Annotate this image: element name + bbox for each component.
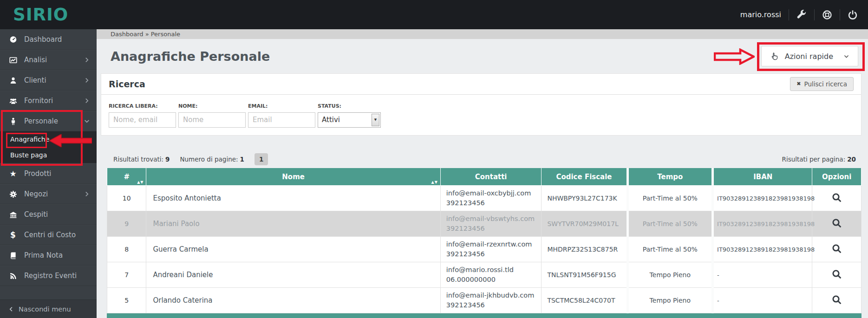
sidebar-subitem-buste-paga[interactable]: Buste paga [0, 147, 97, 163]
sidebar-item-prima-nota[interactable]: Prima Nota [0, 245, 97, 266]
column-header-[interactable]: #▲▼ [107, 168, 146, 186]
power-icon[interactable] [848, 10, 858, 20]
chevron-right-icon [84, 97, 90, 104]
sidebar-item-cespiti[interactable]: Cespiti [0, 204, 97, 225]
sidebar: DashboardAnalisiClientiFornitoriPersonal… [0, 29, 97, 318]
name-label: NOME: [178, 103, 246, 109]
sidebar-item-label: Registro Eventi [24, 272, 90, 280]
clear-search-button[interactable]: ✖ Pulisci ricerca [790, 77, 854, 91]
book-icon [8, 252, 18, 260]
sidebar-item-label: Centri di Costo [24, 231, 90, 239]
row-search-button[interactable] [831, 295, 842, 306]
sidebar-item-fornitori[interactable]: Fornitori [0, 91, 97, 111]
cell-iban: IT903289123891823981938198 [713, 211, 812, 237]
cell-email: info@email-oxcbybjj.com [446, 188, 542, 198]
sidebar-item-label: Prima Nota [24, 251, 90, 260]
cell-iban: IT903289123891823981938198 [713, 186, 812, 211]
cell-tempo: Tempo Pieno [627, 262, 713, 288]
table-footer-strip [107, 313, 861, 318]
column-header-contatti: Contatti [440, 168, 542, 186]
name-input[interactable] [178, 112, 246, 128]
free-search-input[interactable] [109, 112, 176, 128]
cell-telefono: 392123456 [446, 249, 542, 259]
cell-codice-fiscale: TSCTMC58L24C070T [542, 288, 627, 313]
cell-opzioni [812, 237, 861, 262]
cell-opzioni [812, 211, 861, 237]
cell-contatti: info@email-jkhbudvb.com392123456 [440, 288, 542, 313]
submenu-personale: AnagraficheBuste paga [0, 131, 97, 163]
sidebar-item-centri-di-costo[interactable]: $Centri di Costo [0, 225, 97, 245]
row-search-button[interactable] [831, 193, 842, 204]
status-select-value: Attivi [318, 116, 372, 124]
sidebar-item-registro-eventi[interactable]: Registro Eventi [0, 266, 97, 286]
column-label: # [124, 173, 130, 181]
sidebar-item-dashboard[interactable]: Dashboard [0, 29, 97, 50]
status-label: STATUS: [318, 103, 381, 109]
sidebar-collapse-button[interactable]: Nascondi menu [0, 299, 97, 318]
select-arrow-icon: ▼ [372, 114, 379, 126]
column-label: Tempo [657, 173, 683, 181]
cell-contatti: info@email-oxcbybjj.com392123456 [440, 186, 542, 211]
column-label: Codice Fiscale [556, 173, 612, 181]
search-panel: Ricerca ✖ Pulisci ricerca RICERCA LIBERA… [101, 73, 861, 136]
table-row: 9Mariani Paoloinfo@email-vbswtyhs.com392… [107, 211, 861, 237]
sidebar-item-label: Personale [24, 117, 84, 125]
cell-email: info@mario.rossi.tld [446, 265, 542, 275]
table-row: 10Esposito Antoniettainfo@email-oxcbybjj… [107, 186, 861, 211]
column-label: Contatti [475, 173, 507, 181]
cell-codice-fiscale: NHWBPY93L27C173K [542, 186, 627, 211]
email-label: EMAIL: [248, 103, 315, 109]
cell-telefono: 392123456 [446, 224, 542, 234]
cell-id: 9 [107, 211, 146, 237]
page-header: Anagrafiche Personale Azioni rapide [97, 39, 868, 73]
wrench-icon[interactable] [796, 10, 807, 20]
username[interactable]: mario.rossi [740, 10, 781, 19]
table-row: 5Orlando Caterinainfo@email-jkhbudvb.com… [107, 288, 861, 313]
breadcrumb[interactable]: Dashboard » Personale [97, 29, 868, 39]
sidebar-item-label: Clienti [24, 76, 84, 84]
sirio-logo[interactable]: SIRIO [13, 5, 68, 25]
email-field: EMAIL: [248, 103, 315, 128]
search-panel-title: Ricerca [109, 79, 145, 89]
sidebar-item-analisi[interactable]: Analisi [0, 50, 97, 70]
row-search-button[interactable] [831, 244, 842, 255]
page-badge[interactable]: 1 [255, 153, 268, 165]
sort-arrows-icon[interactable]: ▲▼ [431, 180, 438, 184]
cell-nome: Mariani Paolo [146, 211, 440, 237]
sidebar-item-label: Cespiti [24, 210, 90, 219]
table-row: 7Andreani Danieleinfo@mario.rossi.tld06.… [107, 262, 861, 288]
column-header-tempo: Tempo [627, 168, 713, 186]
sidebar-subitem-anagrafiche[interactable]: Anagrafiche [0, 131, 97, 147]
chevron-right-icon [84, 191, 90, 197]
row-search-button[interactable] [831, 269, 842, 280]
sidebar-item-negozi[interactable]: Negozi [0, 184, 97, 204]
row-search-button[interactable] [831, 218, 842, 229]
sidebar-item-clienti[interactable]: Clienti [0, 70, 97, 91]
help-icon[interactable] [822, 10, 832, 20]
free-search-field: RICERCA LIBERA: [109, 103, 176, 128]
topbar: SIRIO mario.rossi [0, 0, 868, 29]
sidebar-item-prodotti[interactable]: ★Prodotti [0, 163, 97, 184]
status-select[interactable]: Attivi ▼ [318, 112, 381, 128]
star-icon: ★ [8, 170, 18, 178]
sort-arrows-icon[interactable]: ▲▼ [137, 180, 144, 184]
chevron-right-icon [84, 77, 90, 84]
quick-actions-label: Azioni rapide [785, 52, 833, 61]
status-field: STATUS: Attivi ▼ [318, 103, 381, 128]
column-header-nome[interactable]: Nome▲▼ [146, 168, 440, 186]
page-title: Anagrafiche Personale [111, 49, 270, 64]
results-pages: Numero di pagine:1 [180, 156, 244, 163]
quick-actions-button[interactable]: Azioni rapide [761, 46, 858, 66]
topbar-right: mario.rossi [740, 9, 858, 20]
search-panel-header: Ricerca ✖ Pulisci ricerca [101, 74, 861, 95]
search-icon [832, 299, 842, 306]
cell-codice-fiscale: SWYTVR70M29M017L [542, 211, 627, 237]
sidebar-item-label: Negozi [24, 190, 84, 198]
cell-contatti: info@email-vbswtyhs.com392123456 [440, 211, 542, 237]
chevron-right-icon [84, 57, 90, 63]
person-icon [8, 117, 18, 125]
cell-tempo: Part-Time al 50% [627, 237, 713, 262]
email-input[interactable] [248, 112, 315, 128]
sidebar-item-personale[interactable]: Personale [0, 111, 97, 131]
column-header-opzioni: Opzioni [812, 168, 861, 186]
